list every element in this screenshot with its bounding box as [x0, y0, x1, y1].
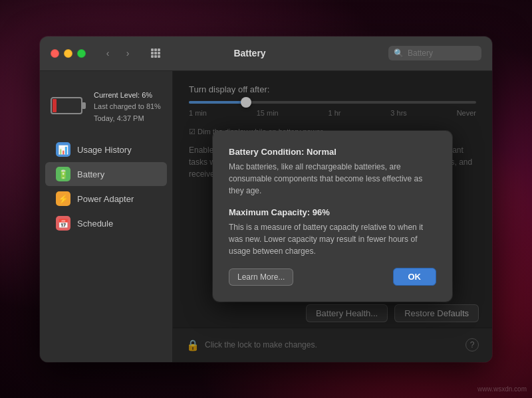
last-charged: Last charged to 81% — [94, 101, 161, 113]
power-adapter-label: Power Adapter — [77, 194, 134, 204]
schedule-label: Schedule — [77, 219, 113, 229]
main-panel: Turn display off after: 1 min 15 min 1 h… — [173, 71, 492, 362]
sidebar: Current Level: 6% Last charged to 81% To… — [40, 71, 173, 362]
maximize-button[interactable] — [77, 49, 86, 58]
modal-actions: Learn More... OK — [229, 268, 436, 286]
learn-more-button[interactable]: Learn More... — [229, 268, 293, 286]
svg-rect-11 — [53, 99, 57, 112]
sidebar-item-schedule[interactable]: 📅 Schedule — [45, 211, 167, 235]
battery-condition-modal: Battery Condition: Normal Mac batteries,… — [213, 131, 452, 302]
sidebar-item-usage-history[interactable]: 📊 Usage History — [45, 138, 167, 161]
search-bar[interactable]: 🔍 — [388, 46, 481, 60]
titlebar: ‹ › Battery 🔍 — [40, 37, 492, 71]
modal-overlay: Battery Condition: Normal Mac batteries,… — [173, 71, 492, 362]
svg-rect-10 — [82, 102, 86, 109]
minimize-button[interactable] — [64, 49, 72, 58]
traffic-lights — [51, 49, 86, 58]
sidebar-item-power-adapter[interactable]: ⚡ Power Adapter — [45, 187, 167, 211]
capacity-body: This is a measure of battery capacity re… — [229, 221, 436, 257]
condition-body: Mac batteries, like all rechargeable bat… — [229, 161, 436, 197]
sidebar-nav: 📊 Usage History 🔋 Battery ⚡ Power Adapte… — [40, 138, 172, 235]
last-charged-time: Today, 4:37 PM — [94, 113, 161, 125]
usage-history-icon: 📊 — [56, 142, 70, 157]
battery-status: Current Level: 6% Last charged to 81% To… — [40, 82, 172, 130]
content-area: Current Level: 6% Last charged to 81% To… — [40, 71, 492, 362]
watermark: www.wsxdn.com — [477, 385, 527, 393]
battery-icon-wrap — [51, 95, 87, 119]
capacity-title: Maximum Capacity: 96% — [229, 207, 436, 217]
close-button[interactable] — [51, 49, 59, 58]
back-button[interactable]: ‹ — [99, 47, 116, 60]
battery-info: Current Level: 6% Last charged to 81% To… — [94, 90, 161, 125]
window-title: Battery — [119, 48, 380, 58]
current-level: Current Level: 6% — [94, 90, 161, 102]
schedule-icon: 📅 — [56, 216, 70, 231]
power-adapter-icon: ⚡ — [56, 191, 70, 206]
sidebar-item-battery[interactable]: 🔋 Battery — [45, 162, 167, 186]
usage-history-label: Usage History — [77, 145, 132, 155]
battery-label: Battery — [77, 169, 104, 179]
system-preferences-window: ‹ › Battery 🔍 — [40, 37, 492, 362]
search-input[interactable] — [408, 49, 476, 58]
search-icon: 🔍 — [394, 49, 404, 58]
battery-icon — [51, 95, 87, 116]
condition-title: Battery Condition: Normal — [229, 147, 436, 157]
ok-button[interactable]: OK — [393, 268, 437, 286]
battery-nav-icon: 🔋 — [56, 167, 70, 181]
